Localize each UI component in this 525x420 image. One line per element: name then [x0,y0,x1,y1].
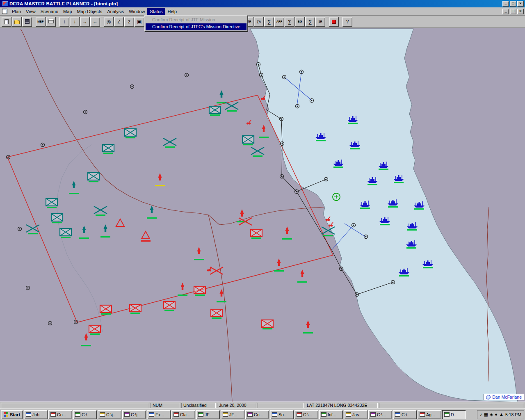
task-window-icon [124,412,130,417]
taskbar-button-6[interactable]: Ex... [147,410,171,419]
tray-icon-5[interactable]: ▲ [499,412,504,417]
taskbar-button-7[interactable]: Cla... [171,410,195,419]
menu-analysis[interactable]: Analysis [105,8,126,15]
taskbar-button-13[interactable]: Inf... [319,410,343,419]
menu-map-objects[interactable]: Map Objects [75,8,105,15]
toolbar-pan-left-button[interactable]: ← [90,17,100,27]
map-attribution: Dan McFarlane [484,394,524,400]
toolbar-pan-up-button[interactable]: ↑ [59,17,69,27]
task-label: C:\... [377,412,386,417]
task-window-icon [444,412,450,417]
menu-item-confirm-jtfc-directive[interactable]: Confirm Receipt of JTFC's Mission Direct… [146,23,247,30]
task-window-icon [346,412,351,417]
task-label: C:\... [402,412,411,417]
toolbar-separator [56,16,59,27]
taskbar-button-1[interactable]: Joh... [24,410,48,419]
task-label: C:\... [82,412,91,417]
task-label: C:\... [303,412,312,417]
taskbar-button-4[interactable]: C:\j... [98,410,121,419]
toolbar-pan-right-button[interactable]: → [80,17,90,27]
menu-map[interactable]: Map [61,8,74,15]
statusbar-spare [258,403,304,408]
toolbar-print-button[interactable] [46,17,56,27]
taskbar-button-11[interactable]: So... [270,410,294,419]
menu-window[interactable]: Window [126,8,147,15]
tray-icon-3[interactable]: ◈ [490,412,493,417]
taskbar: Start Joh...Co...C:\...C:\j...C:\j...Ex.… [0,409,525,420]
toolbar-5r-button[interactable]: 5R [315,17,325,27]
app-icon[interactable] [2,1,8,6]
minimize-button[interactable]: _ [502,1,509,7]
toolbar-zoom-in-button[interactable]: Z [114,17,124,27]
toolbar-zoom-window-button[interactable]: ▣ [135,17,144,27]
maximize-button[interactable]: □ [510,1,516,7]
tray-icon-1[interactable]: ♪ [480,412,482,417]
task-window-icon [420,412,425,417]
statusbar-num: NUM [151,403,180,408]
taskbar-button-18[interactable]: D... [442,410,466,419]
task-label: So... [278,412,288,417]
statusbar-message [1,403,149,408]
taskbar-button-17[interactable]: Ag... [418,410,441,419]
toolbar-new-button[interactable] [2,17,11,27]
toolbar-pan-down-button[interactable]: ↓ [70,17,80,27]
taskbar-button-15[interactable]: C:\... [368,410,392,419]
tray-icon-4[interactable]: ● [495,412,498,417]
toolbar-app-button[interactable]: APP [274,17,284,27]
task-label: Co... [254,412,263,417]
page-icon [5,19,9,24]
app-window: DERA MASTER BATTLE PLANNER - [binni.pln]… [0,0,525,420]
child-close-button[interactable]: × [517,9,524,14]
menu-view[interactable]: View [23,8,38,15]
window-controls: _ □ × [502,1,524,7]
map-canvas[interactable] [0,28,525,402]
printer-icon [48,20,54,23]
child-restore-button[interactable]: □ [510,9,516,14]
toolbar-stop-button[interactable] [329,17,339,27]
globe-icon [486,395,491,399]
toolbar-help-button[interactable]: ? [342,17,352,27]
child-minimize-button[interactable]: _ [502,9,509,14]
toolbar-sum-4-button[interactable]: ∑ [305,17,315,27]
taskbar-button-12[interactable]: C:\... [294,410,318,419]
toolbar-separator [326,16,329,27]
taskbar-button-16[interactable]: C:\... [393,410,417,419]
window-title: DERA MASTER BATTLE PLANNER - [binni.pln] [9,1,118,6]
toolbar-bg-button[interactable]: BG [295,17,305,27]
toolbar-separator [100,16,103,27]
statusbar-right [379,403,524,408]
toolbar-center-button[interactable]: ◎ [104,17,114,27]
menu-status[interactable]: Status [147,8,165,15]
taskbar-button-5[interactable]: C:\j... [122,410,146,419]
statusbar: NUM Unclassified June 20, 2000 LAT 22184… [0,402,525,409]
taskbar-button-2[interactable]: Co... [48,410,72,419]
task-window-icon [75,412,80,417]
menubar: Plan View Scenario Map Map Objects Analy… [0,7,525,16]
task-window-icon [173,412,179,417]
task-label: Ex... [155,412,164,417]
tray-icon-2[interactable]: ▦ [484,412,488,417]
menu-help[interactable]: Help [165,8,180,15]
taskbar-button-9[interactable]: JF... [221,410,244,419]
task-label: D... [451,412,457,417]
task-label: JF... [205,412,212,417]
taskbar-button-3[interactable]: C:\... [73,410,97,419]
toolbar-sum-2-button[interactable]: ∑ [264,17,274,27]
task-window-icon [223,412,228,417]
close-button[interactable]: × [517,1,524,7]
document-icon[interactable] [2,9,7,14]
taskbar-button-8[interactable]: JF... [196,410,220,419]
menu-plan[interactable]: Plan [9,8,23,15]
toolbar-zoom-out-button[interactable]: z [124,17,134,27]
taskbar-button-10[interactable]: Co... [245,410,269,419]
taskbar-button-14[interactable]: Jas... [344,410,368,419]
stop-icon [332,20,336,24]
toolbar-sum-a-button[interactable]: ∑A [254,17,264,27]
toolbar-mbp-button[interactable]: MBP [36,17,46,27]
start-button[interactable]: Start [1,410,23,419]
toolbar-sum-3-button[interactable]: ∑ [285,17,294,27]
toolbar-open-button[interactable] [12,17,22,27]
toolbar-save-button[interactable] [22,17,32,27]
task-label: Jas... [352,412,363,417]
menu-scenario[interactable]: Scenario [38,8,61,15]
